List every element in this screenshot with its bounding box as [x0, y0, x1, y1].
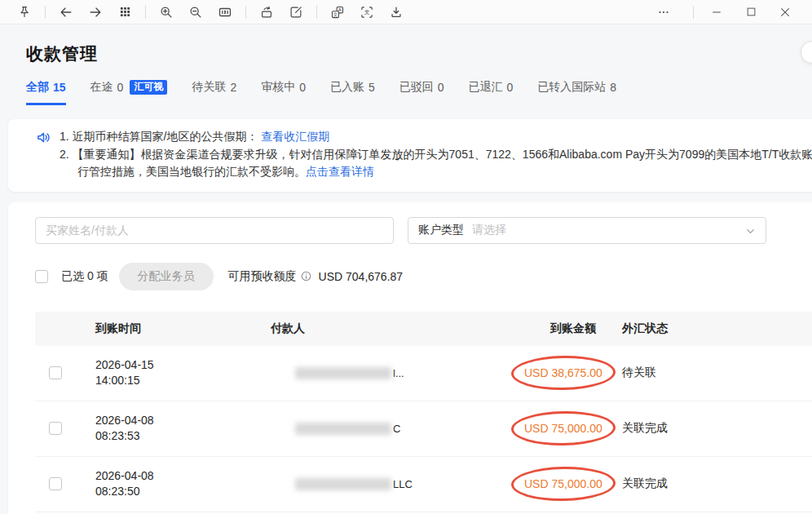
maximize-icon[interactable] — [739, 2, 763, 23]
arrival-time: 08:23:50 — [95, 484, 271, 499]
holiday-link[interactable]: 查看收汇假期 — [261, 130, 329, 143]
account-type-select[interactable]: 账户类型 请选择 — [408, 217, 766, 244]
toolbar-divider — [245, 6, 246, 19]
col-header-amount: 到账金额 — [550, 321, 620, 336]
rotate-frame-icon[interactable] — [254, 2, 279, 23]
arrival-date: 2026-04-15 — [95, 357, 271, 373]
arrival-amount: USD 38,675.00 — [524, 366, 602, 379]
grid-apps-icon[interactable] — [113, 2, 137, 23]
more-icon[interactable] — [651, 2, 676, 23]
tab-transferred-to-intl[interactable]: 已转入国际站8 — [537, 80, 616, 105]
translate-icon[interactable]: A文 — [325, 2, 350, 23]
ocr-select-icon[interactable]: 文 — [355, 2, 379, 23]
red-circle-annotation: USD 75,000.00 — [511, 410, 616, 446]
selected-count-label: 已选 0 项 — [61, 269, 108, 284]
table-header-row: 到账时间 付款人 到账金额 外汇状态 — [35, 312, 812, 346]
table-row: 2026-04-08 08:23:53 C USD 75,000.00 关联完成 — [35, 401, 812, 457]
red-circle-annotation: USD 38,675.00 — [511, 355, 616, 391]
filter-row: 账户类型 请选择 — [35, 217, 812, 244]
megaphone-icon — [36, 130, 51, 181]
row-checkbox[interactable] — [49, 366, 62, 379]
table-row: 2026-04-08 08:23:50 LLC USD 75,000.00 关联… — [35, 457, 812, 512]
edit-icon[interactable] — [284, 2, 308, 23]
tab-returned[interactable]: 已退汇0 — [469, 80, 514, 105]
window-toolbar: A文 文 — [0, 0, 812, 24]
arrival-time: 08:23:53 — [95, 428, 271, 444]
tab-in-transit[interactable]: 在途0 汇可视 — [90, 80, 168, 105]
close-icon[interactable] — [773, 2, 797, 23]
quota-label: 可用预收额度 — [228, 269, 297, 284]
select-all-checkbox[interactable] — [35, 270, 48, 283]
hui-ke-shi-badge: 汇可视 — [130, 80, 167, 94]
tab-bar: 全部15 在途0 汇可视 待关联2 审核中0 已入账5 已驳回0 已退汇0 已转… — [26, 80, 812, 105]
info-icon[interactable] — [300, 270, 312, 282]
payer-name-suffix: C — [393, 423, 400, 435]
tab-all[interactable]: 全部15 — [26, 80, 66, 105]
payer-name-suffix: LLC — [393, 478, 413, 490]
notice-line-2: 2. 【重要通知】根据资金渠道合规要求升级，针对信用保障订单发放的开头为7051… — [60, 146, 812, 164]
arrival-amount: USD 75,000.00 — [524, 422, 602, 435]
row-checkbox[interactable] — [49, 477, 62, 490]
zoom-out-icon[interactable] — [183, 2, 208, 23]
payer-search-input[interactable] — [35, 217, 394, 244]
toolbar-divider — [45, 6, 46, 19]
toolbar-divider — [145, 6, 146, 19]
notice-card: 1. 近期币种结算国家/地区的公共假期： 查看收汇假期 2. 【重要通知】根据资… — [8, 119, 812, 192]
quota-value: USD 704,676.87 — [319, 270, 404, 283]
tab-pending-link[interactable]: 待关联2 — [192, 80, 236, 105]
tab-credited[interactable]: 已入账5 — [330, 80, 375, 105]
svg-text:文: 文 — [364, 9, 370, 16]
payer-name-suffix: l... — [393, 367, 404, 379]
col-header-time: 到账时间 — [95, 321, 271, 336]
aspect-ratio-icon[interactable] — [213, 2, 237, 23]
svg-text:文: 文 — [333, 11, 338, 16]
arrival-date: 2026-04-08 — [95, 468, 271, 484]
payer-name-redacted — [295, 478, 391, 490]
toolbar-divider — [316, 6, 317, 19]
pin-icon[interactable] — [12, 2, 37, 23]
assign-salesperson-button[interactable]: 分配业务员 — [119, 263, 214, 290]
forex-status: 待关联 — [620, 366, 812, 380]
details-link[interactable]: 点击查看详情 — [306, 165, 374, 178]
arrival-date: 2026-04-08 — [95, 413, 271, 428]
tab-under-review[interactable]: 审核中0 — [261, 80, 306, 105]
row-checkbox[interactable] — [49, 422, 62, 435]
chevron-down-icon — [744, 225, 757, 240]
available-quota: 可用预收额度 USD 704,676.87 — [228, 269, 404, 284]
arrival-time: 14:00:15 — [95, 373, 271, 388]
arrival-amount: USD 75,000.00 — [524, 477, 602, 490]
notice-line-1: 1. 近期币种结算国家/地区的公共假期： 查看收汇假期 — [60, 128, 812, 146]
back-icon[interactable] — [54, 2, 78, 23]
payer-name-redacted — [295, 367, 391, 379]
notice-line-3: 行管控措施，美国当地银行的汇款不受影响。点击查看详情 — [60, 163, 812, 181]
minimize-icon[interactable] — [704, 2, 729, 23]
page-title: 收款管理 — [26, 42, 812, 65]
forex-status: 关联完成 — [620, 476, 812, 491]
download-icon[interactable] — [384, 2, 408, 23]
col-header-payer: 付款人 — [271, 321, 496, 336]
forex-status: 关联完成 — [620, 421, 812, 436]
zoom-in-icon[interactable] — [154, 2, 179, 23]
action-row: 已选 0 项 分配业务员 可用预收额度 USD 704,676.87 — [35, 263, 812, 290]
payments-table: 到账时间 付款人 到账金额 外汇状态 2026-04-15 14:00:15 l… — [35, 312, 812, 512]
main-content-card: 账户类型 请选择 已选 0 项 分配业务员 可用预收额度 USD 704,676… — [8, 202, 812, 514]
col-header-status: 外汇状态 — [620, 321, 812, 336]
payer-name-redacted — [295, 423, 391, 435]
table-row: 2026-04-15 14:00:15 l... USD 38,675.00 待… — [35, 346, 812, 401]
forward-icon[interactable] — [83, 2, 108, 23]
tab-rejected[interactable]: 已驳回0 — [399, 80, 444, 105]
red-circle-annotation: USD 75,000.00 — [511, 466, 616, 502]
toolbar-divider — [693, 6, 694, 19]
